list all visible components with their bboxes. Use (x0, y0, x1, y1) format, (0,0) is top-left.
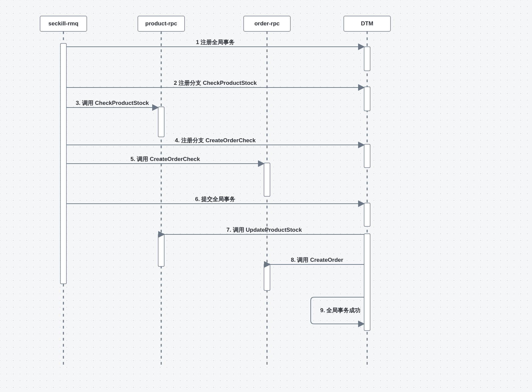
message-label-8: 8. 调用 CreateOrder (291, 257, 343, 263)
activation-product-8 (158, 234, 164, 266)
participant-label-seckill: seckill-rmq (48, 20, 78, 27)
activation-order-5 (264, 163, 270, 196)
activation-dtm-2 (364, 87, 370, 111)
message-label-3: 3. 调用 CheckProductStock (76, 100, 149, 106)
message-label-1: 1 注册全局事务 (196, 39, 235, 45)
activation-dtm-6 (364, 203, 370, 226)
activation-dtm-7 (364, 234, 370, 331)
activation-dtm-1 (364, 47, 370, 71)
participant-label-order: order-rpc (254, 20, 280, 27)
message-label-6: 6. 提交全局事务 (195, 196, 236, 202)
activation-order-9 (264, 264, 270, 290)
participant-label-product: product-rpc (145, 20, 177, 27)
participant-label-dtm: DTM (361, 20, 373, 27)
activation-product-3 (158, 107, 164, 137)
message-label-5: 5. 调用 CreateOrderCheck (130, 156, 200, 162)
message-label-7: 7. 调用 UpdateProductStock (227, 227, 302, 233)
message-label-4: 4. 注册分支 CreateOrderCheck (175, 137, 256, 144)
activation-dtm-4 (364, 144, 370, 168)
self-message-label: 9. 全局事务成功 (320, 307, 361, 314)
message-label-2: 2 注册分支 CheckProductStock (174, 80, 257, 86)
activation-seckill-0 (60, 43, 66, 284)
sequence-diagram: 1 注册全局事务2 注册分支 CheckProductStock3. 调用 Ch… (0, 0, 532, 392)
